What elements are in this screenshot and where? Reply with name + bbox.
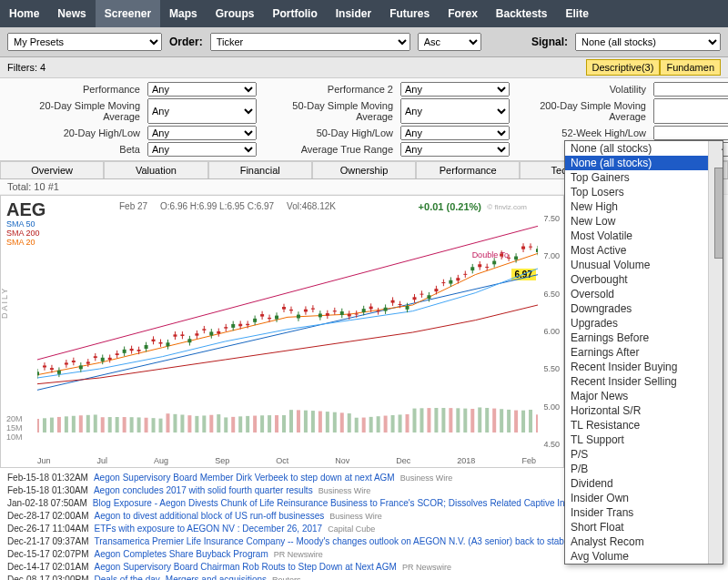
signal-option[interactable]: TL Support — [565, 432, 723, 447]
svg-rect-29 — [137, 350, 141, 351]
nav-news[interactable]: News — [48, 0, 95, 27]
descriptive-filters-button[interactable]: Descriptive(3) — [586, 59, 661, 76]
tab-ownership[interactable]: Ownership — [312, 161, 416, 178]
signal-option[interactable]: Short Float — [565, 520, 723, 534]
filter-select[interactable] — [653, 126, 728, 140]
signal-option[interactable]: Oversold — [565, 287, 723, 301]
signal-option[interactable]: None (all stocks) — [565, 141, 723, 156]
scroll-up-icon[interactable]: ▲ — [714, 142, 723, 153]
price-chart[interactable]: AEG SMA 50 SMA 200 SMA 20 Feb 27 O:6.96 … — [0, 195, 564, 468]
signal-select[interactable]: None (all stocks) — [575, 33, 721, 51]
tab-financial[interactable]: Financial — [208, 161, 312, 178]
signal-option[interactable]: Avg Volume — [565, 549, 723, 564]
signal-option[interactable]: New Low — [565, 214, 723, 229]
news-source: Business Wire — [329, 510, 382, 523]
signal-option[interactable]: Most Active — [565, 243, 723, 258]
svg-rect-201 — [478, 407, 481, 432]
filter-select[interactable]: Any — [400, 142, 510, 157]
signal-option[interactable]: Upgrades — [565, 316, 723, 331]
news-headline[interactable]: ETFs with exposure to AEGON NV : Decembe… — [95, 523, 323, 535]
signal-option[interactable]: None (all stocks) — [565, 156, 723, 170]
signal-option[interactable]: Unusual Volume — [565, 258, 723, 272]
signal-option[interactable]: Horizontal S/R — [565, 403, 723, 418]
nav-futures[interactable]: Futures — [380, 0, 439, 27]
nav-groups[interactable]: Groups — [207, 0, 264, 27]
filter-select[interactable]: Any — [400, 126, 510, 140]
tab-valuation[interactable]: Valuation — [104, 161, 207, 178]
scroll-thumb[interactable] — [714, 168, 723, 259]
news-headline[interactable]: Blog Exposure - Aegon Divests Chunk of L… — [93, 497, 639, 510]
news-headline[interactable]: Transamerica Premier Life Insurance Comp… — [95, 535, 630, 548]
nav-screener[interactable]: Screener — [96, 0, 160, 27]
watermark: © finviz.com — [487, 203, 527, 211]
news-headline[interactable]: Aegon Supervisory Board Member Dirk Verb… — [94, 472, 395, 484]
dropdown-scrollbar[interactable]: ▲ — [708, 141, 723, 564]
news-headline[interactable]: Deals of the day- Mergers and acquisitio… — [95, 574, 268, 580]
signal-option[interactable]: P/S — [565, 447, 723, 462]
news-datetime: Dec-28-17 02:00AM — [7, 510, 89, 523]
news-headline[interactable]: Aegon Completes Share Buyback Program — [95, 548, 268, 561]
signal-option[interactable]: Top Gainers — [565, 170, 723, 185]
y-axis: 7.507.006.506.005.505.004.50 — [543, 214, 560, 449]
svg-rect-155 — [145, 418, 148, 432]
svg-rect-175 — [289, 410, 293, 432]
signal-option[interactable]: Recent Insider Selling — [565, 374, 723, 389]
svg-rect-190 — [399, 414, 402, 432]
filter-select[interactable]: Any — [400, 98, 510, 124]
signal-option[interactable]: Insider Own — [565, 491, 723, 505]
news-headline[interactable]: Aegon concludes 2017 with solid fourth q… — [94, 484, 313, 497]
svg-rect-35 — [159, 342, 163, 344]
signal-option[interactable]: Most Volatile — [565, 229, 723, 243]
tab-performance[interactable]: Performance — [416, 161, 520, 178]
signal-option[interactable]: Downgrades — [565, 301, 723, 316]
presets-select[interactable]: My Presets — [7, 33, 162, 51]
nav-portfolio[interactable]: Portfolio — [263, 0, 326, 27]
nav-elite[interactable]: Elite — [557, 0, 598, 27]
signal-dropdown[interactable]: None (all stocks)None (all stocks)Top Ga… — [564, 140, 723, 565]
signal-option[interactable]: P/B — [565, 462, 723, 476]
filters-count: Filters: 4 — [7, 62, 46, 73]
svg-rect-147 — [86, 415, 90, 432]
svg-rect-69 — [282, 307, 286, 310]
nav-home[interactable]: Home — [0, 0, 48, 27]
nav-insider[interactable]: Insider — [327, 0, 380, 27]
svg-rect-57 — [238, 324, 242, 327]
signal-option[interactable]: Overbought — [565, 272, 723, 287]
signal-option[interactable]: Analyst Recom — [565, 534, 723, 549]
filter-label: 20-Day High/Low — [7, 126, 144, 140]
nav-maps[interactable]: Maps — [160, 0, 207, 27]
filter-select[interactable]: Any — [400, 82, 510, 97]
signal-option[interactable]: New High — [565, 199, 723, 214]
filter-select[interactable] — [653, 82, 728, 97]
news-headline[interactable]: Aegon Supervisory Board Chairman Rob Rou… — [95, 561, 397, 574]
svg-rect-157 — [159, 419, 163, 432]
order-select[interactable]: Ticker — [210, 33, 410, 51]
filter-select[interactable]: Any — [147, 142, 257, 157]
svg-rect-171 — [260, 415, 264, 432]
filter-select[interactable]: Any — [147, 82, 257, 97]
signal-option[interactable]: Recent Insider Buying — [565, 360, 723, 374]
svg-rect-121 — [470, 267, 474, 270]
news-datetime: Dec-08-17 03:00PM — [7, 574, 89, 580]
filter-select[interactable] — [653, 98, 728, 124]
svg-rect-188 — [384, 416, 388, 432]
fundamental-filters-button[interactable]: Fundamen — [660, 59, 721, 76]
news-headline[interactable]: Aegon to divest additional block of US r… — [95, 510, 325, 523]
tab-overview[interactable]: Overview — [0, 161, 104, 178]
sma20-label: SMA 20 — [6, 238, 35, 247]
signal-option[interactable]: Top Losers — [565, 185, 723, 199]
signal-option[interactable]: TL Resistance — [565, 418, 723, 432]
signal-option[interactable]: Earnings Before — [565, 331, 723, 345]
svg-rect-87 — [348, 314, 351, 317]
nav-forex[interactable]: Forex — [439, 0, 487, 27]
svg-rect-113 — [441, 282, 445, 283]
nav-backtests[interactable]: Backtests — [487, 0, 557, 27]
signal-option[interactable]: Earnings After — [565, 345, 723, 360]
signal-option[interactable]: Major News — [565, 389, 723, 403]
filter-select[interactable]: Any — [147, 98, 257, 124]
filter-select[interactable]: Any — [147, 126, 257, 140]
signal-option[interactable]: Dividend — [565, 476, 723, 491]
signal-option[interactable]: Insider Trans — [565, 505, 723, 520]
direction-select[interactable]: Asc — [418, 33, 481, 51]
svg-rect-154 — [137, 417, 141, 432]
